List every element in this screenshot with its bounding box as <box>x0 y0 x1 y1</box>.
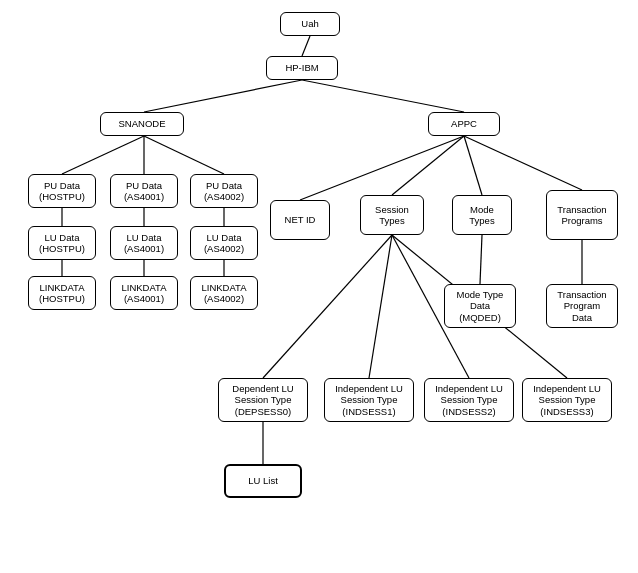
node-linkdata-as4001: LINKDATA (AS4001) <box>110 276 178 310</box>
diagram: UahHP-IBMSNANODEAPPCPU Data (HOSTPU)PU D… <box>0 0 638 573</box>
svg-line-15 <box>464 136 582 190</box>
node-appc: APPC <box>428 112 500 136</box>
node-pudata-as4001: PU Data (AS4001) <box>110 174 178 208</box>
node-lu-list: LU List <box>224 464 302 498</box>
node-linkdata-as4002: LINKDATA (AS4002) <box>190 276 258 310</box>
node-dep-lu-session: Dependent LU Session Type (DEPSESS0) <box>218 378 308 422</box>
node-session-types: Session Types <box>360 195 424 235</box>
node-ind-lu-session2: Independent LU Session Type (INDSESS2) <box>424 378 514 422</box>
node-pudata-hostpu: PU Data (HOSTPU) <box>28 174 96 208</box>
svg-line-0 <box>302 36 310 56</box>
node-ludata-as4001: LU Data (AS4001) <box>110 226 178 260</box>
node-pudata-as4002: PU Data (AS4002) <box>190 174 258 208</box>
node-transaction-programs: Transaction Programs <box>546 190 618 240</box>
svg-line-13 <box>392 136 464 195</box>
node-uah: Uah <box>280 12 340 36</box>
node-snanode: SNANODE <box>100 112 184 136</box>
node-ludata-as4002: LU Data (AS4002) <box>190 226 258 260</box>
node-hp-ibm: HP-IBM <box>266 56 338 80</box>
node-linkdata-hostpu: LINKDATA (HOSTPU) <box>28 276 96 310</box>
node-mode-types: Mode Types <box>452 195 512 235</box>
svg-line-12 <box>300 136 464 200</box>
node-transaction-program-data: Transaction Program Data <box>546 284 618 328</box>
node-ind-lu-session3: Independent LU Session Type (INDSESS3) <box>522 378 612 422</box>
svg-line-3 <box>62 136 144 174</box>
svg-line-2 <box>302 80 464 112</box>
svg-line-16 <box>480 235 482 284</box>
node-ludata-hostpu: LU Data (HOSTPU) <box>28 226 96 260</box>
svg-line-5 <box>144 136 224 174</box>
node-ind-lu-session1: Independent LU Session Type (INDSESS1) <box>324 378 414 422</box>
svg-line-1 <box>144 80 302 112</box>
node-netid: NET ID <box>270 200 330 240</box>
node-mode-type-data: Mode Type Data (MQDED) <box>444 284 516 328</box>
svg-line-14 <box>464 136 482 195</box>
